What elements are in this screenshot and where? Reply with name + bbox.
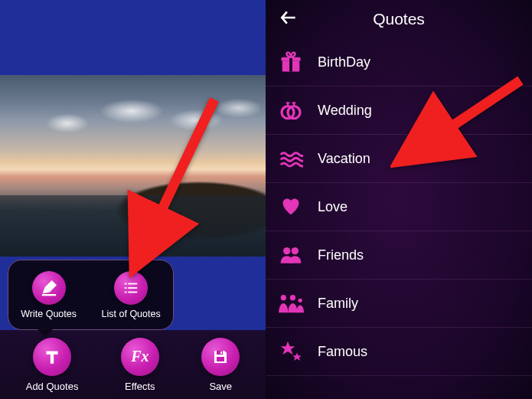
svg-rect-7 — [217, 357, 224, 361]
svg-point-15 — [283, 247, 290, 254]
back-button[interactable] — [275, 4, 302, 34]
category-item-vacation[interactable]: Vacation — [266, 135, 532, 183]
category-item-wedding[interactable]: Wedding — [266, 87, 532, 135]
arrow-left-icon — [279, 8, 299, 28]
category-label: Friends — [318, 247, 364, 263]
svg-point-19 — [298, 299, 302, 303]
category-label: Love — [318, 199, 348, 215]
bottom-toolbar: Add Quotes Fx Effects Save — [0, 330, 266, 399]
category-label: Family — [318, 296, 358, 312]
quotes-categories-panel: Quotes BirthDayWeddingVacationLoveFriend… — [266, 0, 532, 399]
heart-icon — [278, 194, 304, 220]
svg-rect-5 — [128, 291, 137, 293]
category-item-friends[interactable]: Friends — [266, 231, 532, 280]
quotes-title: Quotes — [373, 10, 425, 28]
pencil-icon — [32, 271, 66, 305]
rings-icon — [278, 97, 304, 123]
category-label: Wedding — [318, 103, 372, 119]
svg-point-16 — [292, 247, 299, 254]
save-icon — [201, 338, 240, 376]
text-icon — [33, 338, 71, 376]
category-item-famous[interactable]: Famous — [266, 328, 532, 376]
list-quotes-label: List of Quotes — [102, 309, 161, 319]
list-quotes-button[interactable]: List of Quotes — [102, 271, 161, 319]
add-quotes-label: Add Quotes — [26, 381, 79, 392]
svg-rect-3 — [128, 287, 137, 289]
category-label: BirthDay — [318, 54, 370, 70]
photo-preview[interactable] — [0, 75, 266, 257]
fx-icon: Fx — [121, 338, 159, 376]
svg-rect-8 — [220, 352, 222, 354]
waves-icon — [278, 146, 304, 172]
write-quotes-label: Write Quotes — [21, 309, 77, 319]
letterbox-top — [0, 0, 266, 75]
list-icon — [114, 271, 148, 305]
category-item-family[interactable]: Family — [266, 280, 532, 328]
stars-icon — [278, 338, 304, 365]
save-button[interactable]: Save — [201, 338, 240, 392]
write-quotes-button[interactable]: Write Quotes — [21, 271, 77, 319]
add-quotes-button[interactable]: Add Quotes — [26, 338, 79, 392]
svg-rect-1 — [128, 283, 137, 284]
category-label: Vacation — [318, 151, 370, 167]
family-icon — [278, 290, 304, 316]
friends-icon — [278, 242, 304, 268]
category-item-love[interactable]: Love — [266, 183, 532, 231]
svg-rect-0 — [125, 283, 127, 284]
svg-point-18 — [290, 295, 295, 300]
save-label: Save — [209, 381, 232, 392]
category-item-birthday[interactable]: BirthDay — [266, 38, 532, 87]
screenshot-container: Write Quotes List of Quotes Add — [0, 0, 532, 399]
svg-rect-2 — [125, 287, 127, 289]
gift-icon — [278, 49, 304, 75]
category-label: Famous — [318, 344, 367, 360]
effects-button[interactable]: Fx Effects — [121, 338, 159, 392]
svg-point-17 — [281, 295, 286, 300]
quotes-header: Quotes — [266, 0, 532, 38]
effects-label: Effects — [125, 381, 155, 392]
svg-rect-4 — [125, 291, 127, 293]
quotes-popup: Write Quotes List of Quotes — [8, 260, 174, 330]
categories-list: BirthDayWeddingVacationLoveFriendsFamily… — [266, 38, 532, 376]
svg-rect-12 — [289, 57, 292, 72]
editor-panel: Write Quotes List of Quotes Add — [0, 0, 266, 399]
